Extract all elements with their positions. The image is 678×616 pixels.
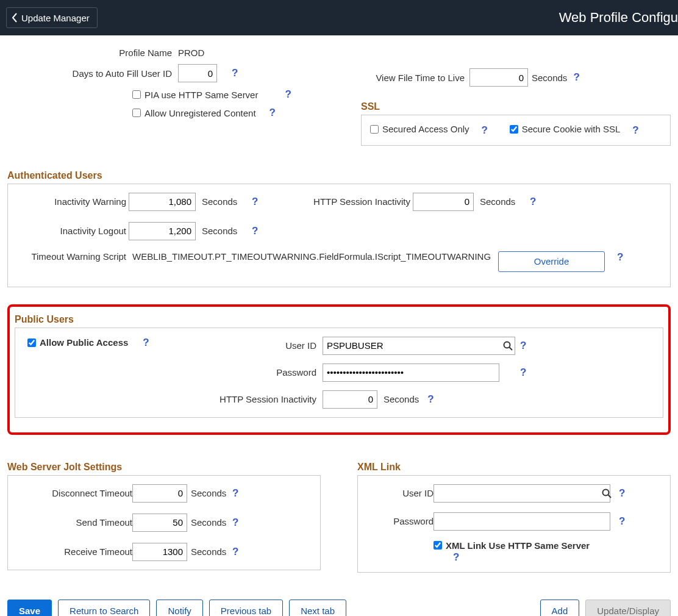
help-icon[interactable]: ?: [518, 367, 536, 379]
profile-name-value: PROD: [172, 48, 204, 58]
footer-bar: Save Return to Search Notify Previous ta…: [0, 585, 678, 616]
back-button-label: Update Manager: [21, 13, 90, 23]
top-bar: Update Manager Web Profile Configu: [0, 0, 678, 35]
xml-userid-label: User ID: [366, 488, 434, 498]
help-icon[interactable]: ?: [249, 196, 268, 208]
update-display-button[interactable]: Update/Display: [585, 600, 671, 616]
search-icon[interactable]: [503, 341, 513, 351]
add-button[interactable]: Add: [540, 600, 580, 616]
public-password-label: Password: [24, 367, 323, 378]
help-icon[interactable]: ?: [616, 515, 631, 528]
help-icon[interactable]: ?: [229, 67, 240, 79]
next-tab-button[interactable]: Next tab: [289, 600, 346, 616]
ssl-title: SSL: [361, 101, 671, 112]
allow-unreg-label: Allow Unregistered Content: [145, 108, 256, 118]
public-box: Allow Public Access ? User ID ? Password…: [15, 328, 663, 418]
inactivity-warning-label: Inactivity Warning: [16, 196, 126, 207]
help-icon[interactable]: ?: [230, 546, 244, 558]
public-http-inactivity-label: HTTP Session Inactivity: [24, 394, 323, 404]
svg-line-1: [510, 347, 513, 350]
allow-public-checkbox[interactable]: [27, 338, 36, 347]
inactivity-logout-label: Inactivity Logout: [16, 226, 126, 236]
svg-point-2: [603, 489, 609, 495]
xml-title: XML Link: [357, 462, 671, 473]
inactivity-logout-input[interactable]: [129, 222, 196, 240]
help-icon[interactable]: ?: [249, 225, 268, 237]
help-icon[interactable]: ?: [479, 124, 490, 136]
seconds-label: Seconds: [198, 226, 247, 236]
timeout-script-value: WEBLIB_TIMEOUT.PT_TIMEOUTWARNING.FieldFo…: [126, 251, 498, 262]
seconds-label: Seconds: [528, 73, 571, 83]
http-inactivity-input[interactable]: [413, 193, 474, 211]
return-button[interactable]: Return to Search: [58, 600, 150, 616]
seconds-label: Seconds: [476, 196, 525, 207]
previous-tab-button[interactable]: Previous tab: [209, 600, 283, 616]
auth-box: Inactivity Warning Seconds ? HTTP Sessio…: [7, 184, 671, 287]
save-button[interactable]: Save: [7, 600, 52, 616]
secured-only-checkbox[interactable]: [370, 125, 379, 134]
viewfile-label: View File Time to Live: [361, 73, 465, 83]
inactivity-warning-input[interactable]: [129, 193, 196, 211]
seconds-label: Seconds: [380, 394, 423, 404]
disconnect-label: Disconnect Timeout: [16, 488, 132, 498]
help-icon[interactable]: ?: [451, 551, 462, 563]
page-title: Web Profile Configu: [559, 10, 678, 26]
help-icon[interactable]: ?: [630, 124, 641, 136]
http-inactivity-label: HTTP Session Inactivity: [270, 196, 410, 207]
search-icon[interactable]: [602, 489, 612, 498]
disconnect-input[interactable]: [132, 484, 187, 503]
help-icon[interactable]: ?: [267, 107, 278, 119]
days-autofill-input[interactable]: [178, 64, 217, 82]
viewfile-input[interactable]: [469, 68, 528, 87]
secure-cookie-label: Secure Cookie with SSL: [522, 124, 621, 134]
help-icon[interactable]: ?: [425, 393, 436, 405]
send-input[interactable]: [132, 514, 187, 532]
allow-public-label: Allow Public Access: [40, 337, 128, 348]
timeout-script-label: Timeout Warning Script: [16, 251, 126, 262]
public-users-highlight: Public Users Allow Public Access ? User …: [7, 304, 671, 435]
seconds-label: Seconds: [187, 517, 230, 528]
svg-point-0: [504, 342, 510, 348]
seconds-label: Seconds: [198, 196, 247, 207]
xml-same-server-label: XML Link Use HTTP Same Server: [446, 540, 590, 551]
jolt-title: Web Server Jolt Settings: [7, 462, 321, 473]
jolt-box: Disconnect Timeout Seconds ? Send Timeou…: [7, 475, 321, 570]
secure-cookie-checkbox[interactable]: [510, 125, 518, 134]
svg-line-3: [608, 495, 612, 498]
public-http-inactivity-input[interactable]: [323, 390, 377, 409]
send-label: Send Timeout: [16, 517, 132, 528]
seconds-label: Seconds: [187, 546, 230, 557]
xml-same-server-checkbox[interactable]: [434, 541, 442, 550]
public-title: Public Users: [15, 314, 663, 325]
secured-only-label: Secured Access Only: [382, 124, 469, 134]
ssl-box: Secured Access Only ? Secure Cookie with…: [361, 115, 671, 146]
pia-same-server-checkbox[interactable]: [132, 90, 141, 99]
help-icon[interactable]: ?: [282, 88, 293, 101]
receive-input[interactable]: [132, 543, 187, 561]
allow-unreg-checkbox[interactable]: [132, 109, 141, 117]
xml-userid-input[interactable]: [434, 484, 610, 503]
back-button[interactable]: Update Manager: [6, 7, 98, 28]
public-password-input[interactable]: [323, 364, 499, 382]
help-icon[interactable]: ?: [527, 196, 546, 208]
help-icon[interactable]: ?: [571, 71, 582, 84]
help-icon[interactable]: ?: [616, 487, 631, 500]
public-userid-input[interactable]: [323, 337, 515, 355]
notify-button[interactable]: Notify: [156, 600, 202, 616]
help-icon[interactable]: ?: [140, 337, 151, 349]
override-button[interactable]: Override: [498, 251, 605, 272]
help-icon[interactable]: ?: [230, 487, 244, 500]
xml-box: User ID ? Password ? XML Link Use HTTP S…: [357, 475, 671, 573]
xml-password-input[interactable]: [434, 512, 610, 531]
xml-password-label: Password: [366, 516, 434, 526]
profile-name-label: Profile Name: [7, 48, 172, 58]
chevron-left-icon: [12, 13, 18, 23]
auth-title: Authenticated Users: [7, 170, 671, 181]
seconds-label: Seconds: [187, 488, 230, 498]
receive-label: Receive Timeout: [16, 546, 132, 557]
days-autofill-label: Days to Auto Fill User ID: [7, 68, 172, 79]
pia-same-server-label: PIA use HTTP Same Server: [145, 90, 258, 100]
help-icon[interactable]: ?: [230, 517, 244, 529]
help-icon[interactable]: ?: [615, 251, 626, 263]
